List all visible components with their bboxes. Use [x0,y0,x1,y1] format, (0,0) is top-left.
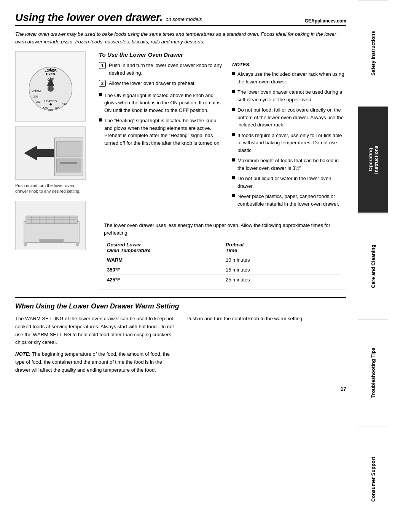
intro-text: The lower oven drawer may be used to bak… [15,30,346,45]
right-sidebar: Safety Instructions Operating Instructio… [358,0,388,532]
bottom-left-col: The WARM SETTING of the lower oven drawe… [15,315,175,378]
bottom-right-col: Push in and turn the control knob to the… [186,315,346,378]
bullet-heating-signal-text: The “Heating” signal light is located be… [104,117,225,147]
preheat-time-425: 25 minutes [223,275,341,285]
svg-rect-19 [56,159,81,172]
note-bullet-5 [232,158,235,161]
notes-col: NOTES: Always use the included drawer ra… [232,62,346,211]
step-1-text: Push in and turn the lower oven drawer k… [109,62,225,77]
warm-push-text: Push in and turn the control knob to the… [186,315,346,323]
svg-text:400: 400 [54,107,59,110]
sidebar-tab-consumer[interactable]: Consumer Support [358,426,388,532]
note-bullet-6 [232,176,235,179]
sidebar-tab-safety[interactable]: Safety Instructions [358,0,388,106]
preheat-time-warm: 10 minutes [223,255,341,265]
note-6: Do not put liquid or water in the lower … [232,175,346,190]
note-2-text: The lower oven drawer cannot be used dur… [237,88,346,103]
notes-header: NOTES: [232,62,346,67]
page-number: 17 [15,386,346,392]
rack-diagram [15,201,86,250]
bottom-columns: The WARM SETTING of the lower oven drawe… [15,315,346,378]
step-1: 1 Push in and turn the lower oven drawer… [99,62,225,77]
svg-rect-18 [56,142,81,157]
svg-text:450: 450 [62,102,67,105]
note-body: The beginning temperature of the food, t… [15,351,170,373]
note-7: Never place plastics, paper, canned food… [232,193,346,208]
note-bullet-4 [232,133,235,136]
preheat-intro: The lower oven drawer uses less energy t… [104,222,341,236]
section2-title: When Using the Lower Oven Drawer Warm Se… [15,302,346,310]
preheat-row-350: 350°F 15 minutes [104,265,341,275]
step-2: 2 Allow the lower oven drawer to preheat… [99,80,225,87]
notes-columns: 1 Push in and turn the lower oven drawer… [99,62,346,211]
page-title: Using the lower oven drawer. on some mod… [15,11,202,23]
preheat-temp-warm: WARM [104,255,223,265]
note-4-text: If foods require a cover, use only foil … [237,132,346,154]
website-url: GEAppliances.com [305,18,346,24]
preheat-col2-header: Preheat Time [223,240,341,255]
image-caption: Push in and turn the lower oven drawer k… [15,183,86,195]
svg-rect-33 [76,242,79,246]
note-bullet-1 [232,72,235,75]
note-3: Do not put food, foil or cookware direct… [232,106,346,129]
svg-text:WARM: WARM [32,89,41,93]
note-text: NOTE: The beginning temperature of the f… [15,350,175,374]
svg-text:HEATING: HEATING [44,99,57,102]
note-7-text: Never place plastics, paper, canned food… [237,193,346,208]
main-content: Using the lower oven drawer. on some mod… [0,0,358,532]
step-num-1: 1 [99,62,106,69]
instructions-col: 1 Push in and turn the lower oven drawer… [99,62,225,211]
note-1: Always use the included drawer rack when… [232,70,346,85]
preheat-row-425: 425°F 25 minutes [104,275,341,285]
drawer-pull-diagram [15,126,86,180]
page-title-area: Using the lower oven drawer. on some mod… [15,11,202,24]
note-5: Maximum height of foods that can be bake… [232,157,346,172]
preheat-row-warm: WARM 10 minutes [104,255,341,265]
left-column: LOWER OVEN OFF WARM 200 250 300 ·350· 40… [15,51,91,289]
svg-rect-20 [60,162,77,164]
note-label: NOTE: [15,351,30,357]
content-area: LOWER OVEN OFF WARM 200 250 300 ·350· 40… [15,51,346,289]
bottom-section: When Using the Lower Oven Drawer Warm Se… [15,297,346,378]
svg-rect-31 [39,239,64,242]
page-header: Using the lower oven drawer. on some mod… [15,11,346,26]
sidebar-tab-troubleshooting[interactable]: Troubleshooting Tips [358,319,388,425]
step-2-text: Allow the lower oven drawer to preheat. [109,80,196,87]
bullet-heating-signal: The “Heating” signal light is located be… [99,117,225,147]
preheat-col1-header: Desired Lower Oven Temperature [104,240,223,255]
warm-setting-text: The WARM SETTING of the lower oven drawe… [15,315,175,347]
bullet-square-2 [99,118,102,121]
note-5-text: Maximum height of foods that can be bake… [237,157,346,172]
note-bullet-2 [232,90,235,93]
note-4: If foods require a cover, use only foil … [232,132,346,154]
svg-rect-32 [24,242,27,246]
svg-text:·350·: ·350· [47,108,54,112]
svg-text:OVEN: OVEN [46,72,55,75]
svg-text:300: 300 [43,107,48,110]
note-3-text: Do not put food, foil or cookware direct… [237,106,346,129]
bullet-square-1 [99,93,102,96]
svg-text:250: 250 [35,100,40,104]
preheat-temp-350: 350°F [104,265,223,275]
svg-text:200: 200 [33,95,38,98]
bullet-on-signal: The ON signal light is located above the… [99,92,225,114]
note-bullet-3 [232,108,235,111]
svg-point-15 [49,103,52,105]
note-2: The lower oven drawer cannot be used dur… [232,88,346,103]
step-num-2: 2 [99,80,106,87]
preheat-section: The lower oven drawer uses less energy t… [99,217,346,289]
knob-diagram: LOWER OVEN OFF WARM 200 250 300 ·350· 40… [15,51,86,122]
preheat-time-350: 15 minutes [223,265,341,275]
preheat-temp-425: 425°F [104,275,223,285]
sidebar-tab-care[interactable]: Care and Cleaning [358,213,388,319]
right-column: To Use the Lower Oven Drawer 1 Push in a… [99,51,346,289]
preheat-table: Desired Lower Oven Temperature Preheat T… [104,240,341,284]
svg-point-13 [48,86,53,91]
note-bullet-7 [232,194,235,197]
note-1-text: Always use the included drawer rack when… [237,70,346,85]
sidebar-tab-operating[interactable]: Operating Instructions [358,106,388,212]
section1-title: To Use the Lower Oven Drawer [99,51,346,58]
note-6-text: Do not put liquid or water in the lower … [237,175,346,190]
preheat-header-row: Desired Lower Oven Temperature Preheat T… [104,240,341,255]
steps-area: 1 Push in and turn the lower oven drawer… [99,62,225,87]
